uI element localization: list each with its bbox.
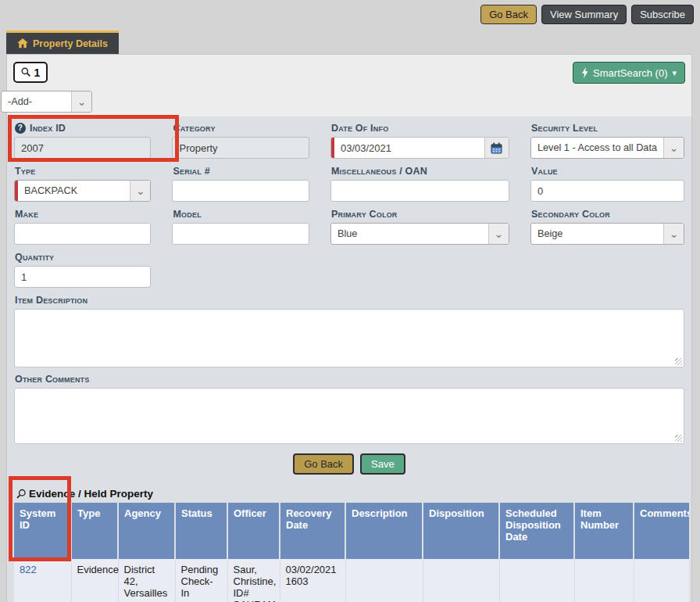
go-back-button-top[interactable]: Go Back <box>480 5 537 24</box>
col-header-description: Description <box>345 503 423 559</box>
col-header-comments: Comments <box>634 503 689 559</box>
help-icon[interactable]: ? <box>15 123 26 134</box>
other-comments-wrap <box>14 388 684 444</box>
item-description-textarea[interactable] <box>14 309 684 367</box>
tab-label: Property Details <box>33 38 108 49</box>
date-of-info-input[interactable] <box>331 138 484 158</box>
type-dropdown[interactable]: BACKPACK ⌄ <box>14 180 151 202</box>
evidence-section-header: Evidence / Held Property <box>16 488 684 500</box>
make-label: Make <box>15 209 151 220</box>
magnifier-icon <box>21 67 31 77</box>
col-header-system-id: System ID <box>14 503 71 559</box>
model-label: Model <box>173 209 309 220</box>
required-indicator <box>15 181 18 201</box>
field-make: Make <box>14 207 151 245</box>
evidence-table-wrap: System ID Type Agency Status Officer Rec… <box>14 503 689 602</box>
security-level-dropdown[interactable]: Level 1 - Access to all Data ⌄ <box>530 137 684 159</box>
smartsearch-label: SmartSearch (0) <box>593 67 667 79</box>
col-header-type: Type <box>71 503 118 559</box>
field-index-id: ? Index ID <box>14 121 151 159</box>
cell-status: Pending Check-In <box>175 559 227 602</box>
cell-scheduled-disposition-date <box>499 559 574 602</box>
save-button[interactable]: Save <box>360 453 405 475</box>
field-quantity: Quantity <box>14 250 151 288</box>
col-header-item-number: Item Number <box>574 503 634 559</box>
col-header-agency: Agency <box>118 503 175 559</box>
caret-down-icon: ▾ <box>672 68 677 78</box>
evidence-table: System ID Type Agency Status Officer Rec… <box>14 503 689 602</box>
serial-label: Serial # <box>173 166 309 177</box>
magnifier-count-button[interactable]: 1 <box>13 62 48 83</box>
category-input[interactable] <box>172 137 309 159</box>
property-form: ? Index ID Category Date Of Info <box>7 116 691 602</box>
view-summary-button[interactable]: View Summary <box>541 5 627 24</box>
secondary-color-label: Secondary Color <box>531 209 684 220</box>
cell-disposition <box>423 559 499 602</box>
field-date-of-info: Date Of Info <box>330 121 509 159</box>
field-model: Model <box>172 207 309 245</box>
field-security-level: Security Level Level 1 - Access to all D… <box>530 121 684 159</box>
primary-color-dropdown[interactable]: Blue ⌄ <box>330 223 509 245</box>
serial-input[interactable] <box>172 180 309 202</box>
cell-officer: Saur, Christine, ID# SAUR111 <box>227 559 280 602</box>
item-description-wrap <box>14 309 684 367</box>
cell-item-number <box>574 559 634 602</box>
other-comments-textarea[interactable] <box>14 388 684 444</box>
date-of-info-group <box>330 137 509 159</box>
smartsearch-button[interactable]: SmartSearch (0) ▾ <box>573 62 685 84</box>
col-header-disposition: Disposition <box>423 503 499 559</box>
lightning-bolt-icon <box>581 67 588 78</box>
magnifier-icon <box>16 489 27 500</box>
field-misc-oan: Miscellaneous / OAN <box>330 164 509 202</box>
col-header-officer: Officer <box>227 503 280 559</box>
col-header-status: Status <box>175 503 227 559</box>
field-type: Type BACKPACK ⌄ <box>14 164 151 202</box>
cell-system-id: 822 <box>14 559 71 602</box>
property-details-page: Go Back View Summary Subscribe Property … <box>0 0 700 602</box>
subscribe-button[interactable]: Subscribe <box>631 5 694 24</box>
home-icon <box>17 38 28 48</box>
add-dropdown-value: -Add- <box>2 96 71 107</box>
primary-color-label: Primary Color <box>331 209 509 220</box>
model-input[interactable] <box>172 223 309 245</box>
index-id-label: ? Index ID <box>15 123 151 134</box>
make-input[interactable] <box>14 223 151 245</box>
misc-oan-label: Miscellaneous / OAN <box>331 166 509 177</box>
chevron-down-icon: ⌄ <box>663 138 684 158</box>
chevron-down-icon: ⌄ <box>130 181 150 201</box>
field-serial: Serial # <box>172 164 309 202</box>
quantity-input[interactable] <box>14 266 151 288</box>
evidence-header-row: System ID Type Agency Status Officer Rec… <box>14 503 689 559</box>
field-value: Value <box>530 164 684 202</box>
zoom-count: 1 <box>34 66 41 79</box>
cell-type: Evidence <box>71 559 118 602</box>
secondary-color-dropdown[interactable]: Beige ⌄ <box>530 223 684 245</box>
value-label: Value <box>531 166 684 177</box>
misc-oan-input[interactable] <box>330 180 509 202</box>
value-input[interactable] <box>530 180 684 202</box>
cell-description <box>345 559 423 602</box>
type-label: Type <box>15 166 151 177</box>
col-header-scheduled-disposition-date: Scheduled Disposition Date <box>499 503 574 559</box>
field-secondary-color: Secondary Color Beige ⌄ <box>530 207 684 245</box>
cell-recovery-date: 03/02/2021 1603 <box>280 559 345 602</box>
security-level-label: Security Level <box>531 123 684 134</box>
add-dropdown[interactable]: -Add- ⌄ <box>1 91 92 113</box>
system-id-link[interactable]: 822 <box>20 564 37 575</box>
index-id-input[interactable] <box>14 137 151 159</box>
calendar-icon[interactable] <box>484 138 509 158</box>
table-row: 822 Evidence District 42, Versailles Pen… <box>14 559 689 602</box>
required-indicator <box>331 138 334 158</box>
chevron-down-icon: ⌄ <box>488 224 509 244</box>
col-header-recovery-date: Recovery Date <box>280 503 345 559</box>
tab-property-details[interactable]: Property Details <box>6 30 119 54</box>
other-comments-label: Other Comments <box>15 374 684 385</box>
item-description-label: Item Description <box>15 295 684 306</box>
property-details-panel: 1 SmartSearch (0) ▾ -Add- ⌄ ? Index ID <box>6 54 692 602</box>
evidence-section-title: Evidence / Held Property <box>29 488 153 500</box>
panel-toolbar: 1 SmartSearch (0) ▾ -Add- ⌄ <box>7 55 691 116</box>
cell-agency: District 42, Versailles <box>118 559 175 602</box>
go-back-button[interactable]: Go Back <box>293 453 354 475</box>
category-label: Category <box>173 123 309 134</box>
field-category: Category <box>172 121 309 159</box>
